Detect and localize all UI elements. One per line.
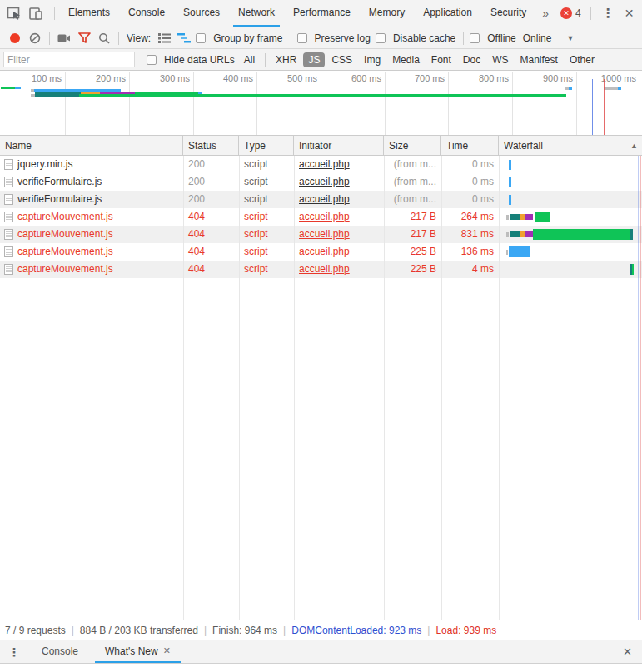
sort-asc-icon[interactable]: ▲ xyxy=(630,142,638,150)
initiator-link[interactable]: accueil.php xyxy=(299,158,350,170)
tab-security[interactable]: Security xyxy=(485,0,531,27)
initiator-link[interactable]: accueil.php xyxy=(299,228,350,240)
disable-cache-label: Disable cache xyxy=(393,32,455,44)
column-header-waterfall[interactable]: Waterfall ▲ xyxy=(499,136,642,155)
request-name[interactable]: verifieFormulaire.js xyxy=(0,191,183,208)
column-header-time[interactable]: Time xyxy=(441,136,499,155)
request-name[interactable]: captureMouvement.js xyxy=(0,243,183,261)
request-initiator: accueil.php xyxy=(294,156,384,173)
request-name[interactable]: jquery.min.js xyxy=(0,156,183,173)
filter-type-ws[interactable]: WS xyxy=(487,52,513,67)
filter-type-manifest[interactable]: Manifest xyxy=(515,52,563,67)
capture-screenshots-icon[interactable] xyxy=(54,29,74,47)
network-overview[interactable]: 100 ms200 ms300 ms400 ms500 ms600 ms700 … xyxy=(0,71,642,136)
group-by-frame-checkbox[interactable] xyxy=(196,33,206,43)
drawer-close-icon[interactable]: ✕ xyxy=(613,640,642,663)
overview-load-line xyxy=(604,79,605,135)
column-header-name[interactable]: Name xyxy=(0,136,183,155)
column-header-size[interactable]: Size xyxy=(384,136,441,155)
tab-console[interactable]: Console xyxy=(123,0,170,27)
divider xyxy=(265,53,266,67)
request-status: 404 xyxy=(183,208,239,226)
filter-type-xhr[interactable]: XHR xyxy=(271,52,301,67)
waterfall-bar xyxy=(520,214,525,220)
table-row[interactable]: captureMouvement.js404scriptaccueil.php2… xyxy=(0,208,642,226)
hide-data-urls-checkbox[interactable] xyxy=(147,55,157,65)
request-size: 217 B xyxy=(384,226,441,243)
initiator-link[interactable]: accueil.php xyxy=(299,176,350,187)
request-name[interactable]: captureMouvement.js xyxy=(0,208,183,226)
request-name[interactable]: verifieFormulaire.js xyxy=(0,173,183,191)
preserve-log-checkbox[interactable] xyxy=(297,33,307,43)
filter-type-doc[interactable]: Doc xyxy=(458,52,485,67)
disable-cache-checkbox[interactable] xyxy=(376,33,386,43)
column-header-status[interactable]: Status xyxy=(183,136,239,155)
filter-type-js[interactable]: JS xyxy=(303,52,325,67)
tab-performance[interactable]: Performance xyxy=(288,0,356,27)
request-name[interactable]: captureMouvement.js xyxy=(0,261,183,278)
filter-type-img[interactable]: Img xyxy=(359,52,386,67)
tab-sources[interactable]: Sources xyxy=(178,0,225,27)
document-icon xyxy=(4,177,13,187)
throttling-caret-icon[interactable]: ▼ xyxy=(566,34,574,42)
drawer-menu-icon[interactable]: ⋮ xyxy=(0,640,28,663)
devtools-close-icon[interactable]: ✕ xyxy=(621,0,642,27)
search-icon[interactable] xyxy=(94,29,114,47)
tab-memory[interactable]: Memory xyxy=(364,0,410,27)
table-row[interactable]: captureMouvement.js404scriptaccueil.php2… xyxy=(0,261,642,278)
error-badge[interactable]: ✕ 4 xyxy=(555,0,586,27)
filter-type-css[interactable]: CSS xyxy=(326,52,357,67)
request-name[interactable]: captureMouvement.js xyxy=(0,226,183,243)
request-type: script xyxy=(239,208,294,226)
waterfall-view-icon[interactable] xyxy=(174,29,194,47)
more-tabs-icon[interactable]: » xyxy=(535,0,555,27)
column-header-initiator[interactable]: Initiator xyxy=(294,136,384,155)
filter-type-other[interactable]: Other xyxy=(565,52,600,67)
overview-gridline xyxy=(448,72,449,135)
spacer xyxy=(184,640,613,663)
initiator-link[interactable]: accueil.php xyxy=(299,263,350,275)
request-filename: captureMouvement.js xyxy=(17,226,113,243)
drawer-tab-close-icon[interactable]: ✕ xyxy=(163,645,171,656)
drawer-tab-whats-new[interactable]: What's New ✕ xyxy=(95,640,181,663)
load-time: Load: 939 ms xyxy=(435,625,496,636)
tab-network[interactable]: Network xyxy=(233,0,280,27)
device-toolbar-icon[interactable] xyxy=(25,3,47,23)
list-view-icon[interactable] xyxy=(154,29,174,47)
overview-bar xyxy=(604,87,618,90)
initiator-link[interactable]: accueil.php xyxy=(299,193,350,205)
table-row[interactable]: captureMouvement.js404scriptaccueil.php2… xyxy=(0,243,642,261)
throttling-select[interactable]: Online xyxy=(523,32,552,44)
initiator-link[interactable]: accueil.php xyxy=(299,211,350,222)
offline-checkbox[interactable] xyxy=(470,33,480,43)
error-circle-icon: ✕ xyxy=(560,7,572,19)
tab-elements[interactable]: Elements xyxy=(63,0,115,27)
request-size: 225 B xyxy=(384,261,441,278)
table-row[interactable]: captureMouvement.js404scriptaccueil.php2… xyxy=(0,226,642,243)
record-button[interactable] xyxy=(5,29,25,47)
table-row[interactable]: jquery.min.js200scriptaccueil.php(from m… xyxy=(0,156,642,173)
waterfall-bar xyxy=(509,177,511,187)
request-status: 404 xyxy=(183,226,239,243)
filter-type-font[interactable]: Font xyxy=(426,52,456,67)
drawer-tab-whats-new-label: What's New xyxy=(105,645,158,657)
request-filename: verifieFormulaire.js xyxy=(17,191,102,208)
inspect-element-icon[interactable] xyxy=(3,3,25,23)
column-header-type[interactable]: Type xyxy=(239,136,294,155)
filter-type-all[interactable]: All xyxy=(239,52,260,67)
request-type: script xyxy=(239,156,294,173)
filter-input[interactable] xyxy=(3,52,135,67)
overview-bar xyxy=(79,94,566,97)
tab-application[interactable]: Application xyxy=(418,0,477,27)
filter-funnel-icon[interactable] xyxy=(74,29,94,47)
devtools-menu-icon[interactable]: ⋮ xyxy=(595,0,621,27)
table-row[interactable]: verifieFormulaire.js200scriptaccueil.php… xyxy=(0,173,642,191)
initiator-link[interactable]: accueil.php xyxy=(299,246,350,257)
clear-button[interactable] xyxy=(25,29,45,47)
overview-gridline xyxy=(193,72,194,135)
request-filename: captureMouvement.js xyxy=(17,261,113,278)
waterfall-bar xyxy=(525,231,533,237)
table-row[interactable]: verifieFormulaire.js200scriptaccueil.php… xyxy=(0,191,642,208)
drawer-tab-console[interactable]: Console xyxy=(32,640,88,663)
filter-type-media[interactable]: Media xyxy=(387,52,425,67)
